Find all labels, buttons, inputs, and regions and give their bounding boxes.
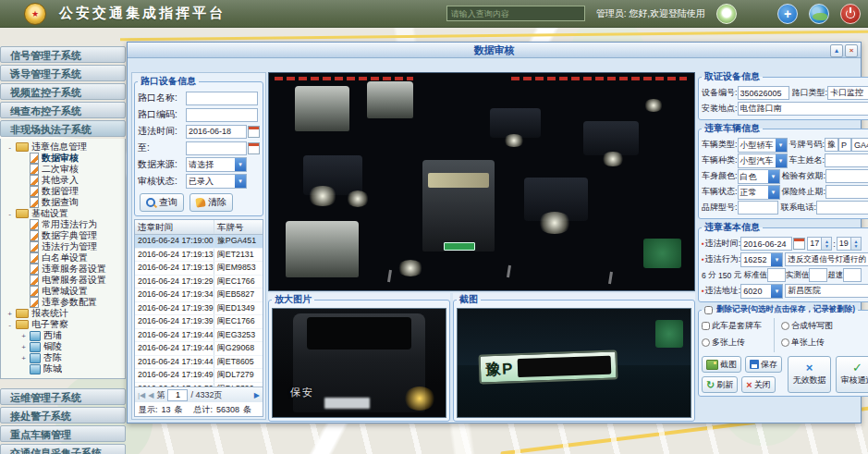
add-icon[interactable]: + (777, 4, 798, 24)
zoom-image[interactable]: 保安 (272, 308, 446, 418)
crossing-type-input[interactable] (827, 86, 868, 100)
apps-grid-icon[interactable] (748, 5, 766, 23)
record-row[interactable]: 2016-06-24 17:19:00 豫PGA451 (135, 235, 263, 249)
overspeed-input[interactable] (843, 268, 862, 282)
sidebar-panel-header[interactable]: 接处警子系统 (0, 407, 126, 423)
install-loc-input[interactable] (738, 102, 868, 116)
source-select[interactable]: 请选择▼ (186, 157, 247, 172)
surveillance-video-image[interactable] (268, 72, 695, 291)
tree-item[interactable]: - 电子警察 (1, 319, 125, 330)
grid-header[interactable]: 违章时间 车牌号 (135, 220, 263, 235)
record-row[interactable]: 2016-06-24 17:19:29 闽EC1766 (135, 276, 263, 289)
snapshot-image[interactable]: 豫P (457, 308, 691, 418)
clone-plate-option[interactable]: 此车是套牌车 (702, 320, 774, 332)
sidebar-panel-header[interactable]: 诱导管理子系统 (0, 65, 126, 81)
violation-date-input[interactable] (740, 237, 792, 251)
close-icon[interactable]: × (845, 44, 858, 57)
minute-spinner[interactable]: 19▲▼ (837, 237, 862, 251)
close-x-icon: × (746, 379, 752, 390)
record-row[interactable]: 2016-06-24 17:19:44 闽EG3253 (135, 329, 263, 343)
sidebar-panel-header[interactable]: 交通信息采集子系统 (0, 444, 126, 454)
sidebar-panel-header-active[interactable]: 非现场执法子系统 (0, 120, 126, 137)
clear-button[interactable]: 清除 (189, 193, 233, 212)
brand-model-input[interactable] (738, 201, 778, 215)
composite-option[interactable]: 合成特写图 (781, 320, 868, 332)
address-name-input[interactable] (785, 284, 868, 298)
window-titlebar[interactable]: 数据审核 ▴ × (128, 43, 861, 58)
plate-number-input[interactable] (851, 138, 868, 152)
approve-button[interactable]: ✓审核通过 (836, 356, 868, 393)
collapse-icon[interactable]: ▴ (830, 44, 843, 57)
record-row[interactable]: 2016-06-24 17:19:13 闽EM9853 (135, 262, 263, 276)
calendar-icon[interactable] (793, 238, 805, 250)
insurance-input[interactable] (825, 185, 868, 199)
query-button[interactable]: 查询 (140, 193, 184, 212)
behavior-desc-input[interactable] (785, 252, 868, 266)
refresh-button[interactable]: ↻刷新 (702, 376, 738, 393)
device-no-input[interactable] (738, 86, 789, 100)
tree-toggle-icon[interactable]: - (6, 321, 14, 329)
pager-first-icon[interactable]: |◀ (138, 391, 145, 399)
single-upload-option[interactable]: 单张上传 (781, 337, 868, 349)
calendar-icon[interactable] (248, 142, 260, 154)
tree-item[interactable]: + 西埔 (1, 330, 125, 341)
behavior-code-select[interactable]: 16252▼ (740, 252, 783, 267)
plate-province-input[interactable] (825, 138, 838, 152)
record-row[interactable]: 2016-06-24 17:19:44 闽G29068 (135, 342, 263, 356)
record-row[interactable]: 2016-06-24 17:19:34 闽EB5827 (135, 288, 263, 302)
sidebar-panel-header[interactable]: 信号管理子系统 (0, 46, 126, 63)
col-plate[interactable]: 车牌号 (214, 220, 263, 234)
tree-item[interactable]: + 杏陈 (1, 352, 125, 363)
tree-toggle-icon[interactable]: + (19, 354, 28, 362)
tree-toggle-icon[interactable]: - (6, 143, 14, 152)
power-logout-icon[interactable] (840, 4, 861, 24)
inspection-input[interactable] (825, 169, 868, 183)
save-button[interactable]: 保存 (745, 356, 782, 373)
tree-toggle-icon[interactable]: + (19, 343, 28, 351)
plate-letter-input[interactable] (838, 138, 851, 152)
sidebar-panel-header[interactable]: 运维管理子系统 (0, 388, 126, 405)
record-row[interactable]: 2016-06-24 17:19:39 闽ED1349 (135, 302, 263, 316)
hour-spinner[interactable]: 17▲▼ (807, 237, 832, 251)
tree-toggle-icon[interactable]: + (6, 310, 14, 318)
measured-input[interactable] (809, 268, 827, 282)
standard-input[interactable] (767, 268, 786, 282)
owner-name-input[interactable] (825, 153, 868, 167)
pager-prev-icon[interactable]: ◀ (148, 391, 153, 399)
sidebar-panel-header[interactable]: 重点车辆管理 (0, 425, 126, 442)
snapshot-button[interactable]: 截图 (702, 356, 741, 373)
globe-icon[interactable] (809, 4, 829, 24)
fine-unit-label: 元 (734, 270, 742, 281)
invalid-data-button[interactable]: ×无效数据 (788, 356, 831, 393)
tree-toggle-icon[interactable]: - (6, 210, 14, 218)
vehicle-type-select[interactable]: 小型轿车▼ (738, 138, 788, 153)
sidebar-panel-header[interactable]: 缉查布控子系统 (0, 102, 126, 118)
global-search-input[interactable] (446, 6, 585, 21)
phone-input[interactable] (816, 201, 868, 215)
tree-item[interactable]: 陈城 (1, 363, 125, 374)
col-violation-time[interactable]: 违章时间 (135, 220, 214, 234)
crossing-name-input[interactable] (186, 92, 258, 105)
record-row[interactable]: 2016-06-24 17:19:13 闽ET2131 (135, 249, 263, 263)
calendar-icon[interactable] (248, 126, 260, 138)
pager-next-icon[interactable]: ▶ (254, 391, 260, 399)
vehicle-class-select[interactable]: 小型汽车▼ (738, 153, 788, 168)
tree-toggle-icon[interactable]: + (19, 332, 28, 340)
body-color-select[interactable]: 白色▼ (738, 169, 780, 184)
delete-record-checkbox[interactable] (704, 306, 713, 314)
theme-icon[interactable] (716, 4, 737, 24)
record-row[interactable]: 2016-06-24 17:19:44 闽ET8605 (135, 356, 263, 370)
time-to-input[interactable] (186, 141, 247, 155)
time-from-input[interactable] (186, 125, 247, 139)
vehicle-status-select[interactable]: 正常▼ (738, 185, 780, 200)
close-button[interactable]: ×关闭 (741, 376, 775, 393)
address-code-select[interactable]: 6020▼ (740, 284, 783, 299)
status-select[interactable]: 已录入▼ (186, 174, 247, 189)
multi-upload-option[interactable]: 多张上传 (702, 337, 774, 349)
crossing-code-input[interactable] (186, 108, 258, 122)
record-row[interactable]: 2016-06-24 17:19:49 闽DL7279 (135, 369, 263, 383)
sidebar-panel-header[interactable]: 视频监控子系统 (0, 83, 126, 100)
record-row[interactable]: 2016-06-24 17:19:39 闽EC1766 (135, 315, 263, 329)
pager-page-input[interactable] (167, 389, 188, 401)
tree-item[interactable]: + 铜陵 (1, 341, 125, 352)
